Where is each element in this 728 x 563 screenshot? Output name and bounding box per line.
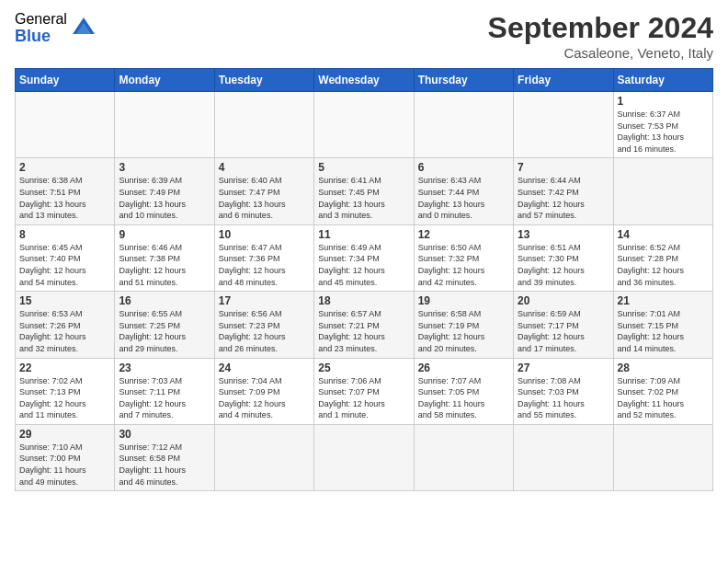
calendar-day-16: 16Sunrise: 6:55 AMSunset: 7:25 PMDayligh…	[115, 292, 214, 358]
header-friday: Friday	[514, 69, 613, 92]
calendar-day-7: 7Sunrise: 6:44 AMSunset: 7:42 PMDaylight…	[514, 158, 613, 224]
month-title: September 2024	[488, 11, 713, 45]
calendar-empty-cell	[314, 424, 414, 490]
calendar-day-17: 17Sunrise: 6:56 AMSunset: 7:23 PMDayligh…	[214, 292, 313, 358]
header-saturday: Saturday	[613, 69, 712, 92]
calendar-empty-cell	[314, 92, 414, 158]
calendar-day-3: 3Sunrise: 6:39 AMSunset: 7:49 PMDaylight…	[115, 158, 214, 224]
calendar-day-22: 22Sunrise: 7:02 AMSunset: 7:13 PMDayligh…	[16, 358, 115, 424]
calendar-week-3: 8Sunrise: 6:45 AMSunset: 7:40 PMDaylight…	[16, 224, 713, 291]
calendar-day-8: 8Sunrise: 6:45 AMSunset: 7:40 PMDaylight…	[16, 224, 115, 291]
calendar-week-4: 15Sunrise: 6:53 AMSunset: 7:26 PMDayligh…	[16, 292, 713, 358]
calendar-day-23: 23Sunrise: 7:03 AMSunset: 7:11 PMDayligh…	[115, 358, 214, 424]
calendar-day-25: 25Sunrise: 7:06 AMSunset: 7:07 PMDayligh…	[314, 358, 414, 424]
calendar-day-2: 2Sunrise: 6:38 AMSunset: 7:51 PMDaylight…	[16, 158, 115, 224]
calendar-day-19: 19Sunrise: 6:58 AMSunset: 7:19 PMDayligh…	[414, 292, 513, 358]
calendar-day-26: 26Sunrise: 7:07 AMSunset: 7:05 PMDayligh…	[414, 358, 513, 424]
calendar-empty-cell	[214, 92, 313, 158]
calendar-day-6: 6Sunrise: 6:43 AMSunset: 7:44 PMDaylight…	[414, 158, 513, 224]
calendar-day-12: 12Sunrise: 6:50 AMSunset: 7:32 PMDayligh…	[414, 224, 513, 291]
calendar-header-row: Sunday Monday Tuesday Wednesday Thursday…	[16, 69, 713, 92]
calendar-week-2: 2Sunrise: 6:38 AMSunset: 7:51 PMDaylight…	[16, 158, 713, 224]
header: General Blue September 2024 Casaleone, V…	[15, 11, 713, 61]
calendar-day-20: 20Sunrise: 6:59 AMSunset: 7:17 PMDayligh…	[514, 292, 613, 358]
calendar-empty-cell	[115, 92, 214, 158]
calendar-day-28: 28Sunrise: 7:09 AMSunset: 7:02 PMDayligh…	[613, 358, 712, 424]
calendar-day-21: 21Sunrise: 7:01 AMSunset: 7:15 PMDayligh…	[613, 292, 712, 358]
calendar-day-11: 11Sunrise: 6:49 AMSunset: 7:34 PMDayligh…	[314, 224, 414, 291]
calendar-day-5: 5Sunrise: 6:41 AMSunset: 7:45 PMDaylight…	[314, 158, 414, 224]
logo: General Blue	[15, 11, 97, 45]
calendar-day-29: 29Sunrise: 7:10 AMSunset: 7:00 PMDayligh…	[16, 424, 115, 490]
header-monday: Monday	[115, 69, 214, 92]
header-thursday: Thursday	[414, 69, 513, 92]
calendar-day-10: 10Sunrise: 6:47 AMSunset: 7:36 PMDayligh…	[214, 224, 313, 291]
calendar-day-4: 4Sunrise: 6:40 AMSunset: 7:47 PMDaylight…	[214, 158, 313, 224]
header-wednesday: Wednesday	[314, 69, 414, 92]
calendar-day-1: 1Sunrise: 6:37 AMSunset: 7:53 PMDaylight…	[613, 92, 712, 158]
calendar-day-13: 13Sunrise: 6:51 AMSunset: 7:30 PMDayligh…	[514, 224, 613, 291]
calendar-body: 1Sunrise: 6:37 AMSunset: 7:53 PMDaylight…	[16, 92, 713, 491]
calendar-week-1: 1Sunrise: 6:37 AMSunset: 7:53 PMDaylight…	[16, 92, 713, 158]
calendar-empty-cell	[414, 92, 513, 158]
title-section: September 2024 Casaleone, Veneto, Italy	[488, 11, 713, 61]
calendar-empty-cell	[514, 424, 613, 490]
main-container: General Blue September 2024 Casaleone, V…	[0, 0, 728, 499]
calendar-empty-cell	[613, 424, 712, 490]
calendar-table: Sunday Monday Tuesday Wednesday Thursday…	[15, 68, 713, 491]
calendar-week-6: 29Sunrise: 7:10 AMSunset: 7:00 PMDayligh…	[16, 424, 713, 490]
calendar-day-18: 18Sunrise: 6:57 AMSunset: 7:21 PMDayligh…	[314, 292, 414, 358]
logo-text: General Blue	[15, 11, 67, 45]
calendar-day-27: 27Sunrise: 7:08 AMSunset: 7:03 PMDayligh…	[514, 358, 613, 424]
calendar-day-14: 14Sunrise: 6:52 AMSunset: 7:28 PMDayligh…	[613, 224, 712, 291]
calendar-empty-cell	[214, 424, 313, 490]
calendar-empty-cell	[414, 424, 513, 490]
logo-blue: Blue	[15, 28, 67, 46]
calendar-day-24: 24Sunrise: 7:04 AMSunset: 7:09 PMDayligh…	[214, 358, 313, 424]
header-sunday: Sunday	[16, 69, 115, 92]
location: Casaleone, Veneto, Italy	[488, 45, 713, 61]
calendar-empty-cell	[613, 158, 712, 224]
calendar-day-30: 30Sunrise: 7:12 AMSunset: 6:58 PMDayligh…	[115, 424, 214, 490]
calendar-day-15: 15Sunrise: 6:53 AMSunset: 7:26 PMDayligh…	[16, 292, 115, 358]
calendar-empty-cell	[16, 92, 115, 158]
calendar-week-5: 22Sunrise: 7:02 AMSunset: 7:13 PMDayligh…	[16, 358, 713, 424]
calendar-day-9: 9Sunrise: 6:46 AMSunset: 7:38 PMDaylight…	[115, 224, 214, 291]
logo-icon	[71, 16, 97, 41]
logo-general: General	[15, 11, 67, 28]
calendar-empty-cell	[514, 92, 613, 158]
header-tuesday: Tuesday	[214, 69, 313, 92]
